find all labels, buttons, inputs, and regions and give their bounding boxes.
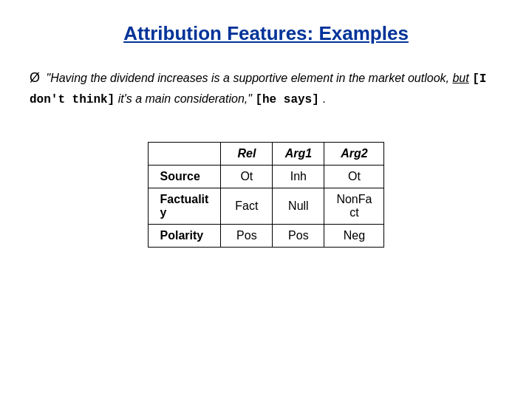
header-rel: Rel: [221, 143, 273, 166]
table-container: Rel Arg1 Arg2 Source Ot Inh Ot Factualit…: [30, 142, 502, 248]
text-end: .: [322, 92, 325, 105]
header-empty: [148, 143, 221, 166]
table-row-factuality: Factuality Fact Null NonFact: [148, 188, 384, 225]
source-rel: Ot: [221, 166, 273, 188]
mono-text-2: [he says]: [255, 93, 318, 106]
source-arg2: Ot: [324, 166, 384, 188]
bullet-symbol: Ø: [30, 70, 40, 85]
page-title: Attribution Features: Examples: [123, 22, 409, 45]
italic-text-part2: it's a main consideration,": [118, 92, 252, 105]
attribution-table: Rel Arg1 Arg2 Source Ot Inh Ot Factualit…: [148, 142, 385, 248]
underline-but: but: [452, 72, 468, 84]
table-row-source: Source Ot Inh Ot: [148, 166, 384, 188]
source-arg1: Inh: [273, 166, 324, 188]
factuality-arg2: NonFact: [324, 188, 384, 225]
example-block: Ø "Having the dividend increases is a su…: [30, 67, 502, 124]
source-label: Source: [148, 166, 221, 188]
polarity-rel: Pos: [221, 225, 273, 248]
factuality-rel: Fact: [221, 188, 273, 225]
table-row-polarity: Polarity Pos Pos Neg: [148, 225, 384, 248]
polarity-arg2: Neg: [324, 225, 384, 248]
italic-text-part1: "Having the dividend increases is a supp…: [46, 72, 449, 84]
header-arg2: Arg2: [324, 143, 384, 166]
factuality-arg1: Null: [273, 188, 324, 225]
factuality-label: Factuality: [148, 188, 221, 225]
polarity-arg1: Pos: [273, 225, 324, 248]
example-sentence: Ø "Having the dividend increases is a su…: [30, 67, 502, 109]
polarity-label: Polarity: [148, 225, 221, 248]
header-arg1: Arg1: [273, 143, 324, 166]
table-header-row: Rel Arg1 Arg2: [148, 143, 384, 166]
